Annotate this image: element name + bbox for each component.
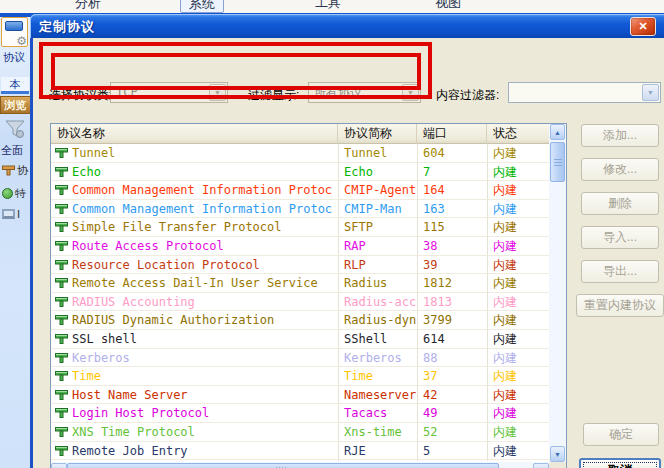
table-row[interactable]: Simple File Transfer Protocol SFTP 115 内…	[51, 218, 549, 237]
header-protocol-abbr[interactable]: 协议简称	[338, 124, 417, 144]
scroll-left-icon[interactable]: ◄	[51, 463, 67, 468]
protocol-name: Echo	[72, 164, 334, 181]
protocol-port: 115	[423, 219, 485, 236]
tee-icon	[2, 165, 15, 176]
protocol-tee-icon	[55, 221, 68, 238]
protocol-port: 604	[423, 145, 485, 162]
protocol-port: 614	[423, 331, 485, 348]
filter-display-select[interactable]: 所有协议 ▼	[308, 82, 421, 103]
protocol-tool-button[interactable]: ⚙	[1, 17, 28, 47]
protocol-tee-icon	[55, 445, 68, 462]
protocol-name: Common Management Information Protoc...	[72, 182, 334, 199]
menu-item-tools[interactable]: 工具	[306, 0, 350, 13]
import-button[interactable]: 导入...	[581, 226, 659, 249]
delete-button[interactable]: 删除	[581, 192, 659, 215]
table-row[interactable]: RADIUS Dynamic Authorization Radius-dyna…	[51, 311, 549, 330]
table-row[interactable]: Common Management Information Protoc... …	[51, 181, 549, 200]
sidebar-tree-item-special[interactable]: 特	[2, 186, 26, 201]
chevron-down-icon[interactable]: ▼	[402, 84, 419, 101]
sidebar-tab-local[interactable]: 本	[1, 77, 29, 94]
scroll-up-icon[interactable]: ▲	[550, 124, 565, 140]
protocol-name: Common Management Information Protoc...	[72, 201, 334, 218]
protocol-abbr: CMIP-Agent	[344, 182, 416, 199]
menu-bar: 分析 系统 工具 视图	[0, 0, 664, 13]
table-row[interactable]: Tunnel Tunnel 604 内建	[51, 144, 549, 163]
protocol-tee-icon	[55, 184, 68, 201]
protocol-abbr: Radius-acct	[344, 294, 416, 311]
filter-display-value: 所有协议	[314, 85, 362, 102]
header-protocol-name[interactable]: 协议名称	[51, 124, 338, 144]
protocol-port: 52	[423, 424, 485, 441]
content-filter-select[interactable]: ▼	[508, 82, 661, 103]
protocol-tool-label: 协议	[3, 50, 25, 65]
protocol-name: Resource Location Protocol	[72, 257, 334, 274]
ok-button[interactable]: 确定	[583, 423, 659, 446]
protocol-status: 内建	[493, 331, 547, 348]
table-row[interactable]: Remote Job Entry RJE 5 内建	[51, 442, 549, 461]
close-button[interactable]: ✕	[630, 17, 656, 36]
menu-item-view[interactable]: 视图	[426, 0, 470, 13]
protocol-name: RADIUS Dynamic Authorization	[72, 312, 334, 329]
protocol-tee-icon	[55, 277, 68, 294]
vertical-scroll-thumb[interactable]	[550, 142, 565, 182]
protocol-abbr: Radius	[344, 275, 416, 292]
sidebar-browse-button[interactable]: 浏览	[0, 96, 31, 114]
protocol-abbr: Kerberos	[344, 350, 416, 367]
protocol-name: Kerberos	[72, 350, 334, 367]
protocol-abbr: Radius-dynauth	[344, 312, 416, 329]
table-row[interactable]: Kerberos Kerberos 88 内建	[51, 349, 549, 368]
sidebar-tree-item-ip[interactable]: I	[2, 208, 20, 220]
protocol-tee-icon	[55, 407, 68, 424]
reset-builtin-button[interactable]: 重置内建协议	[576, 294, 664, 317]
protocol-abbr: RJE	[344, 443, 416, 460]
sidebar-tree-item-protocol[interactable]: 协	[2, 163, 28, 178]
export-button[interactable]: 导出...	[581, 260, 659, 283]
header-status[interactable]: 状态	[487, 124, 549, 144]
horizontal-scroll-thumb[interactable]	[67, 463, 499, 468]
protocol-port: 42	[423, 387, 485, 404]
table-row[interactable]: SSL shell SShell 614 内建	[51, 330, 549, 349]
protocol-status: 内建	[493, 443, 547, 460]
dialog-titlebar[interactable]: 定制协议 ✕	[30, 14, 664, 38]
table-row[interactable]: Common Management Information Protoc... …	[51, 200, 549, 219]
menu-item-analysis[interactable]: 分析	[66, 0, 110, 13]
content-filter-label: 内容过滤器:	[436, 87, 499, 103]
chevron-down-icon[interactable]: ▼	[209, 84, 226, 101]
menu-item-system[interactable]: 系统	[180, 0, 224, 13]
filter-display-label: 过滤显示:	[248, 87, 299, 103]
table-row[interactable]: Time Time 37 内建	[51, 367, 549, 386]
protocol-abbr: RLP	[344, 257, 416, 274]
table-row[interactable]: Route Access Protocol RAP 38 内建	[51, 237, 549, 256]
scroll-down-icon[interactable]: ▼	[550, 446, 565, 462]
tree-item-label: 特	[15, 186, 26, 201]
table-row[interactable]: RADIUS Accounting Radius-acct 1813 内建	[51, 293, 549, 312]
table-row[interactable]: Remote Access Dail-In User Service Radiu…	[51, 274, 549, 293]
table-row[interactable]: Echo Echo 7 内建	[51, 163, 549, 182]
table-row[interactable]: Host Name Server Nameserver 42 内建	[51, 386, 549, 405]
protocol-abbr: Xns-time	[344, 424, 416, 441]
protocol-port: 164	[423, 182, 485, 199]
vertical-scrollbar[interactable]: ▲ ▼	[549, 124, 566, 462]
protocol-abbr: Nameserver	[344, 387, 416, 404]
protocol-status: 内建	[493, 145, 547, 162]
protocol-port: 39	[423, 257, 485, 274]
protocol-abbr: Time	[344, 368, 416, 385]
horizontal-scrollbar[interactable]: ◄ ►	[51, 462, 549, 468]
protocol-name: Route Access Protocol	[72, 238, 334, 255]
protocol-name: Time	[72, 368, 334, 385]
protocol-type-value: TCP	[116, 85, 138, 99]
table-row[interactable]: Resource Location Protocol RLP 39 内建	[51, 256, 549, 275]
table-row[interactable]: XNS Time Protocol Xns-time 52 内建	[51, 423, 549, 442]
header-port[interactable]: 端口	[417, 124, 487, 144]
protocol-type-select[interactable]: TCP ▼	[110, 82, 228, 103]
modify-button[interactable]: 修改...	[581, 158, 659, 181]
table-row[interactable]: Login Host Protocol Tacacs 49 内建	[51, 404, 549, 423]
filter-funnel-icon[interactable]	[4, 119, 26, 143]
chevron-down-icon[interactable]: ▼	[642, 84, 659, 101]
protocol-tee-icon	[55, 370, 68, 387]
dialog-title: 定制协议	[39, 18, 95, 36]
bug-icon	[2, 188, 13, 199]
scroll-right-icon[interactable]: ►	[533, 463, 549, 468]
cancel-button[interactable]: 取消	[579, 458, 661, 468]
add-button[interactable]: 添加...	[581, 124, 659, 147]
